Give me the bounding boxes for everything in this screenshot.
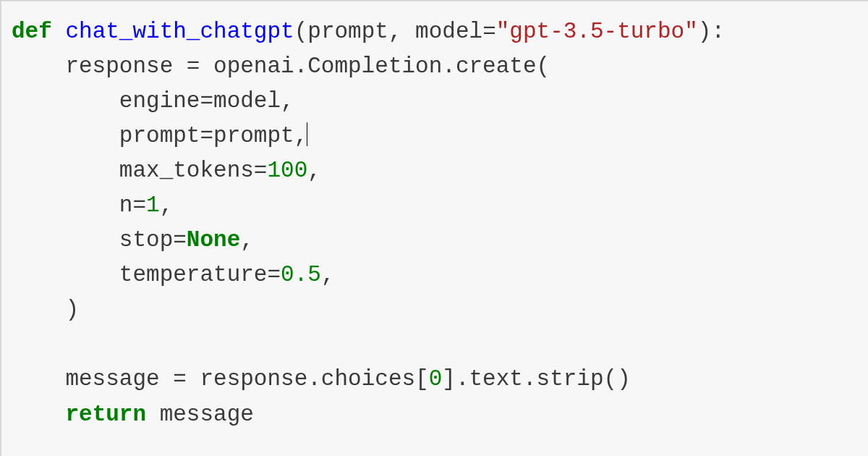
function-name: chat_with_chatgpt: [65, 19, 294, 44]
line-3: engine=model,: [12, 88, 294, 114]
line-9: ): [12, 297, 79, 322]
keyword-def: def: [12, 19, 52, 44]
code-block[interactable]: def chat_with_chatgpt(prompt, model="gpt…: [1, 1, 868, 432]
line-5: max_tokens=100,: [12, 158, 321, 183]
number-0-5: 0.5: [281, 262, 321, 287]
number-100: 100: [267, 158, 307, 183]
params-open: (prompt, model=: [294, 19, 496, 44]
line-7: stop=None,: [12, 227, 254, 253]
line-1: def chat_with_chatgpt(prompt, model="gpt…: [12, 19, 725, 44]
line-12: return message: [12, 402, 254, 427]
line-8: temperature=0.5,: [12, 262, 334, 287]
line-11: message = response.choices[0].text.strip…: [12, 366, 631, 392]
string-default-model: "gpt-3.5-turbo": [496, 19, 698, 44]
line-2: response = openai.Completion.create(: [12, 54, 550, 79]
params-close: ):: [698, 19, 725, 44]
number-1: 1: [146, 193, 160, 218]
number-0: 0: [429, 366, 443, 392]
keyword-return: return: [65, 402, 146, 427]
text-cursor: [307, 122, 307, 146]
line-6: n=1,: [12, 193, 173, 218]
line-4: prompt=prompt,: [12, 123, 307, 148]
keyword-none: None: [187, 227, 240, 253]
